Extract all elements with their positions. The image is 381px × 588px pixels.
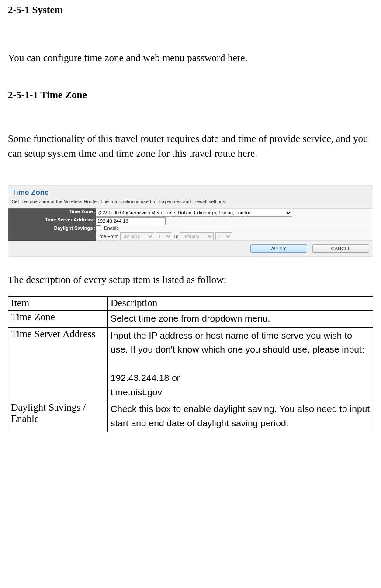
row-desc: Select time zone from dropdown menu. — [108, 311, 373, 328]
cancel-button[interactable]: CANCEL — [312, 244, 369, 253]
dst-time-from-label: Time From — [96, 234, 119, 239]
subsection-paragraph: Some functionality of this travel router… — [8, 131, 373, 162]
apply-button[interactable]: APPLY — [250, 244, 307, 253]
dst-to-day-select[interactable]: 1 — [215, 232, 232, 240]
row-item: Time Server Address — [8, 327, 108, 401]
dst-to-label: To — [173, 234, 179, 239]
dst-enable-checkbox[interactable] — [96, 225, 101, 231]
row-item: Time Zone — [8, 311, 108, 328]
dst-enable-wrapper[interactable]: Enable — [96, 225, 119, 231]
table-header-item: Item — [8, 297, 108, 311]
dst-from-day-select[interactable]: 1 — [156, 232, 172, 240]
table-row: Time Server Address Input the IP address… — [8, 327, 373, 401]
intro-paragraph: You can configure time zone and web menu… — [8, 51, 373, 66]
section-heading: 2-5-1 System — [8, 4, 373, 16]
row-desc: Check this box to enable daylight saving… — [108, 401, 373, 432]
panel-subtitle: Set the time zone of the Wireless Router… — [8, 199, 373, 208]
table-header-description: Description — [108, 297, 373, 311]
row-desc: Input the IP address or host name of tim… — [108, 327, 373, 401]
subsection-heading: 2-5-1-1 Time Zone — [8, 90, 373, 101]
time-server-input[interactable] — [96, 217, 166, 225]
row-item: Daylight Savings / Enable — [8, 401, 108, 432]
time-zone-select[interactable]: (GMT+00:00)Greenwich Mean Time: Dublin, … — [96, 209, 292, 217]
time-zone-label: Time Zone : — [8, 208, 96, 217]
dst-to-month-select[interactable]: January — [180, 232, 214, 240]
description-intro: The description of every setup item is l… — [8, 274, 373, 286]
dst-from-month-select[interactable]: January — [120, 232, 154, 240]
dst-enable-text: Enable — [104, 225, 119, 231]
time-zone-panel: Time Zone Set the time zone of the Wirel… — [8, 185, 373, 257]
table-row: Time Zone Select time zone from dropdown… — [8, 311, 373, 328]
daylight-savings-label: Daylight Savings : — [8, 225, 96, 241]
table-row: Daylight Savings / Enable Check this box… — [8, 401, 373, 432]
time-server-label: Time Server Address : — [8, 217, 96, 225]
description-table: Item Description Time Zone Select time z… — [8, 296, 373, 432]
panel-title: Time Zone — [8, 186, 373, 199]
